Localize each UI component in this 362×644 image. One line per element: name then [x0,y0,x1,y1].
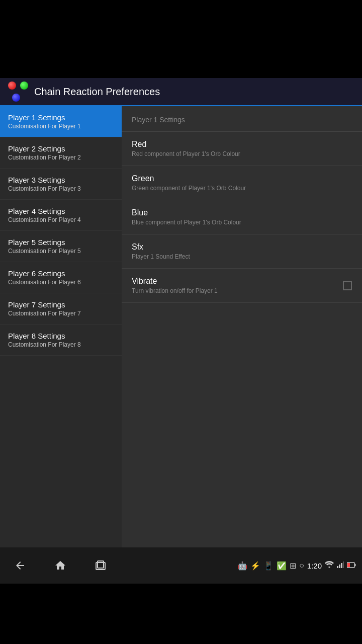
settings-item-title-red: Red [132,140,352,149]
right-panel: Player 1 Settings Red Red component of P… [122,106,362,547]
orb-blue [12,94,20,102]
home-button[interactable] [50,555,70,576]
sidebar-item-player1[interactable]: Player 1 Settings Customisation For Play… [0,106,122,137]
sidebar-item-subtitle-player3: Customisation For Player 3 [8,185,114,192]
check-icon: ✅ [277,561,287,571]
phone-icon: 📱 [263,561,274,571]
settings-item-title-green: Green [132,174,352,183]
settings-item-desc-red: Red component of Player 1's Orb Colour [132,150,352,157]
settings-item-desc-vibrate: Turn vibration on/off for Player 1 [132,287,343,294]
settings-item-red[interactable]: Red Red component of Player 1's Orb Colo… [122,132,362,166]
app-icon [8,82,28,102]
app-bar: Chain Reaction Preferences [0,78,362,106]
panel-header: Player 1 Settings [122,106,362,132]
android-icon: 🤖 [237,561,247,571]
sidebar-item-title-player7: Player 7 Settings [8,300,114,309]
nav-bar: 🤖 ⚡ 📱 ✅ ⊞ ○ 1:20 [0,547,362,584]
sidebar-item-player7[interactable]: Player 7 Settings Customisation For Play… [0,293,122,325]
wifi-icon [325,561,334,570]
sidebar-item-title-player2: Player 2 Settings [8,144,114,153]
svg-rect-5 [343,561,344,568]
status-bar: 🤖 ⚡ 📱 ✅ ⊞ ○ 1:20 [237,561,362,571]
svg-rect-4 [341,563,342,568]
sidebar-item-subtitle-player5: Customisation For Player 5 [8,248,114,255]
sidebar-item-title-player1: Player 1 Settings [8,113,114,122]
vibrate-checkbox[interactable] [343,281,352,290]
signal-icon [337,561,344,570]
settings-item-desc-blue: Blue component of Player 1's Orb Colour [132,219,352,226]
sidebar-item-player6[interactable]: Player 6 Settings Customisation For Play… [0,262,122,293]
sidebar-item-player2[interactable]: Player 2 Settings Customisation For Play… [0,137,122,169]
sidebar-item-title-player6: Player 6 Settings [8,269,114,278]
settings-item-text-vibrate: Vibrate Turn vibration on/off for Player… [132,277,343,294]
battery-low-icon: ○ [299,561,304,570]
settings-item-text-green: Green Green component of Player 1's Orb … [132,174,352,192]
sidebar-item-title-player4: Player 4 Settings [8,207,114,215]
panel-header-title: Player 1 Settings [132,116,185,124]
settings-list: Red Red component of Player 1's Orb Colo… [122,132,362,303]
sidebar-item-subtitle-player8: Customisation For Player 8 [8,341,114,348]
settings-item-title-blue: Blue [132,208,352,217]
sidebar-item-subtitle-player2: Customisation For Player 2 [8,154,114,161]
svg-rect-3 [339,565,340,568]
svg-rect-8 [347,563,350,567]
sidebar-item-subtitle-player1: Customisation For Player 1 [8,123,114,130]
orb-red [8,82,16,90]
sidebar-item-subtitle-player7: Customisation For Player 7 [8,310,114,317]
sidebar: Player 1 Settings Customisation For Play… [0,106,122,547]
settings-item-text-sfx: Sfx Player 1 Sound Effect [132,243,352,260]
top-spacer [0,0,362,78]
sidebar-item-subtitle-player6: Customisation For Player 6 [8,279,114,286]
sidebar-item-player4[interactable]: Player 4 Settings Customisation For Play… [0,200,122,231]
status-time: 1:20 [307,561,322,570]
sidebar-item-subtitle-player4: Customisation For Player 4 [8,216,114,223]
settings-item-vibrate[interactable]: Vibrate Turn vibration on/off for Player… [122,269,362,303]
settings-item-title-sfx: Sfx [132,243,352,252]
grid-icon: ⊞ [290,561,296,571]
sidebar-item-player3[interactable]: Player 3 Settings Customisation For Play… [0,169,122,200]
battery-icon [347,561,356,570]
settings-item-desc-sfx: Player 1 Sound Effect [132,253,352,260]
settings-item-sfx[interactable]: Sfx Player 1 Sound Effect [122,234,362,269]
orb-green [20,82,28,90]
svg-rect-7 [355,564,356,567]
recents-button[interactable] [90,555,111,576]
svg-rect-2 [337,566,338,568]
sidebar-item-title-player3: Player 3 Settings [8,176,114,184]
app-title: Chain Reaction Preferences [34,86,160,98]
settings-item-green[interactable]: Green Green component of Player 1's Orb … [122,166,362,200]
sidebar-item-title-player5: Player 5 Settings [8,238,114,247]
settings-item-text-blue: Blue Blue component of Player 1's Orb Co… [132,208,352,226]
sidebar-item-player8[interactable]: Player 8 Settings Customisation For Play… [0,325,122,356]
usb-icon: ⚡ [250,561,260,571]
sidebar-item-player5[interactable]: Player 5 Settings Customisation For Play… [0,231,122,262]
settings-item-blue[interactable]: Blue Blue component of Player 1's Orb Co… [122,200,362,234]
bottom-spacer [0,584,362,644]
main-content: Player 1 Settings Customisation For Play… [0,106,362,547]
sidebar-item-title-player8: Player 8 Settings [8,332,114,340]
nav-buttons [0,555,237,576]
settings-item-text-red: Red Red component of Player 1's Orb Colo… [132,140,352,157]
settings-item-desc-green: Green component of Player 1's Orb Colour [132,185,352,192]
settings-item-title-vibrate: Vibrate [132,277,343,286]
back-button[interactable] [10,555,30,576]
